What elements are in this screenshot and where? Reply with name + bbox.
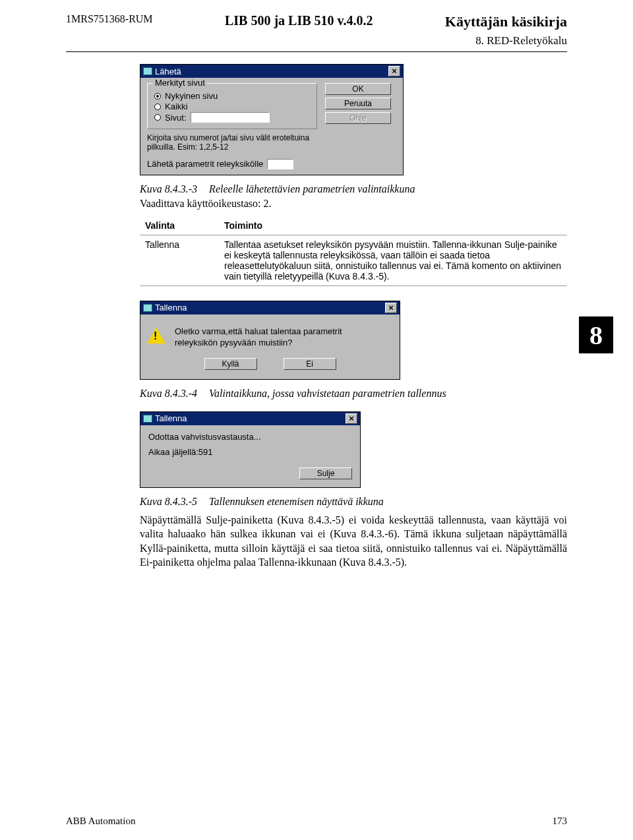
no-button[interactable]: Ei (284, 358, 336, 370)
ok-button[interactable]: OK (325, 83, 391, 95)
table-row: Valinta Toiminto (140, 216, 567, 235)
send-dialog-titlebar: Lähetä × (140, 65, 403, 78)
progress-line2: Aikaa jäljellä:591 (148, 447, 352, 457)
figure-caption-1: Kuva 8.4.3.-3 Releelle lähetettävien par… (140, 183, 567, 195)
close-icon[interactable]: × (385, 303, 397, 313)
confirm-body: Oletko varma,että haluat talentaa parame… (140, 315, 400, 358)
figure-send-dialog: Lähetä × Merkityt sivut Nykyinen sivu Ka… (140, 64, 567, 175)
send-dialog-title: Lähetä (155, 67, 181, 76)
page-header: 1MRS751368-RUM LIB 500 ja LIB 510 v.4.0.… (66, 13, 567, 30)
caption-number: Kuva 8.4.3.-5 (140, 496, 206, 507)
target-label: Lähetä parametrit releyksikölle (147, 159, 263, 169)
radio-all[interactable]: Kaikki (154, 102, 310, 111)
close-icon[interactable]: × (388, 66, 400, 76)
progress-line1: Odottaa vahvistusvastausta... (148, 432, 352, 442)
figure-caption-3: Kuva 8.4.3.-5 Tallennuksen etenemisen nä… (140, 496, 567, 508)
table-row: Tallenna Tallentaa asetukset releyksikön… (140, 235, 567, 285)
target-row: Lähetä parametrit releyksikölle (147, 159, 317, 169)
col-head-valinta: Valinta (140, 216, 219, 235)
confirm-title: Tallenna (155, 303, 187, 313)
send-dialog-window: Lähetä × Merkityt sivut Nykyinen sivu Ka… (140, 64, 404, 175)
confirm-titlebar: Tallenna × (140, 301, 400, 315)
page-footer: ABB Automation 173 (66, 816, 567, 827)
caption-text: Valintaikkuna, jossa vahvistetaan parame… (209, 388, 446, 399)
header-divider (66, 51, 567, 52)
chapter-badge: 8 (579, 316, 613, 353)
pages-hint: Kirjoita sivu numerot ja/tai sivu välit … (147, 133, 317, 152)
figure-caption-2: Kuva 8.4.3.-4 Valintaikkuna, jossa vahvi… (140, 388, 567, 400)
progress-title: Tallenna (155, 413, 187, 423)
confirm-dialog-window: Tallenna × Oletko varma,että haluat tale… (140, 301, 400, 380)
radio-icon (154, 93, 161, 100)
col-head-toiminto: Toiminto (219, 216, 567, 235)
confirm-message: Oletko varma,että haluat talentaa parame… (175, 326, 373, 349)
body-paragraph: Näpäyttämällä Sulje-painiketta (Kuva 8.4… (140, 513, 567, 570)
app-icon (143, 304, 152, 312)
figure-progress-dialog: Tallenna × Odottaa vahvistusvastausta...… (140, 411, 567, 488)
manual-title: Käyttäjän käsikirja (445, 13, 567, 30)
cell-toiminto: Tallentaa asetukset releyksikön pysyvään… (219, 235, 567, 285)
product-name: LIB 500 ja LIB 510 v.4.0.2 (225, 13, 373, 28)
radio-label: Nykyinen sivu (165, 91, 218, 101)
warning-icon (147, 328, 166, 344)
target-input[interactable] (267, 159, 293, 169)
doc-id: 1MRS751368-RUM (66, 13, 153, 25)
close-button[interactable]: Sulje (299, 467, 352, 479)
section-title: 8. RED-Reletyökalu (66, 34, 567, 47)
caption-number: Kuva 8.4.3.-3 (140, 183, 206, 195)
radio-current-page[interactable]: Nykyinen sivu (154, 91, 310, 101)
app-icon (143, 415, 152, 423)
radio-icon (154, 104, 161, 110)
radio-label: Kaikki (165, 102, 188, 111)
radio-icon (154, 114, 161, 121)
progress-titlebar: Tallenna × (140, 412, 360, 425)
pages-input[interactable] (191, 112, 270, 123)
figure-confirm-dialog: Tallenna × Oletko varma,että haluat tale… (140, 301, 567, 380)
marked-pages-group: Merkityt sivut Nykyinen sivu Kaikki Sivu… (147, 83, 317, 129)
footer-page: 173 (553, 816, 568, 827)
app-icon (143, 67, 152, 75)
caption-text: Tallennuksen etenemisen näyttävä ikkuna (209, 496, 384, 507)
footer-left: ABB Automation (66, 816, 135, 827)
radio-pages[interactable]: Sivut: (154, 112, 310, 123)
caption-number: Kuva 8.4.3.-4 (140, 388, 206, 399)
caption-text: Releelle lähetettävien parametrien valin… (209, 183, 415, 195)
progress-dialog-window: Tallenna × Odottaa vahvistusvastausta...… (140, 411, 361, 488)
group-legend: Merkityt sivut (153, 78, 207, 88)
radio-label: Sivut: (165, 113, 187, 123)
help-button[interactable]: Ohje (325, 112, 391, 124)
cancel-button[interactable]: Peruuta (325, 98, 391, 109)
options-table: Valinta Toiminto Tallenna Tallentaa aset… (140, 216, 567, 286)
cell-valinta: Tallenna (140, 235, 219, 285)
close-icon[interactable]: × (346, 413, 357, 424)
yes-button[interactable]: Kyllä (204, 358, 257, 370)
permission-level: Vaadittava käyttöoikeustaso: 2. (140, 198, 567, 210)
